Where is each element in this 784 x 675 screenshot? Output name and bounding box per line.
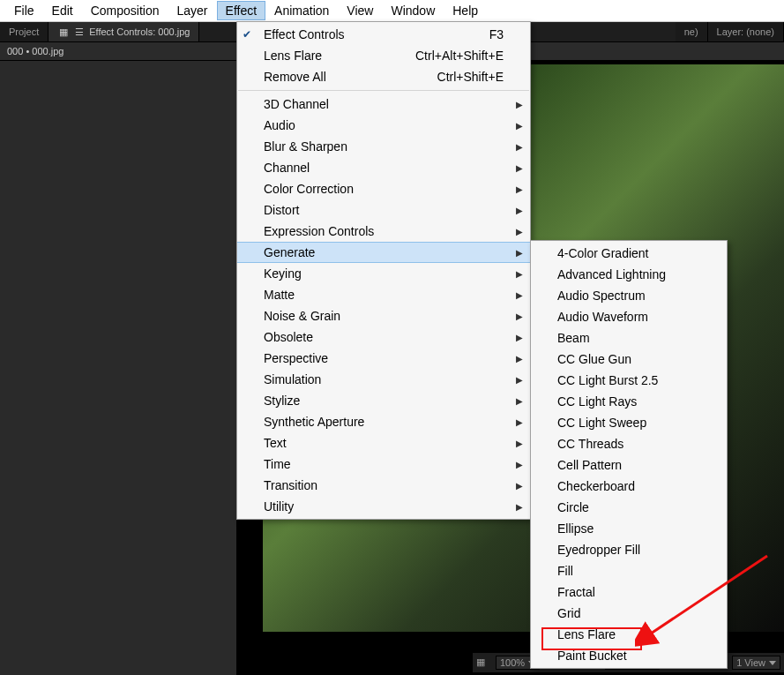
menu-composition[interactable]: Composition (82, 1, 168, 20)
menuitem-label: Channel (264, 161, 310, 175)
menuitem-audio[interactable]: Audio▶ (237, 115, 530, 136)
menu-window[interactable]: Window (382, 1, 444, 20)
menuitem-label: Transition (264, 478, 317, 492)
submenuitem-cc-light-burst[interactable]: CC Light Burst 2.5 (531, 370, 727, 391)
tab-effect-controls[interactable]: ▦ ☰ Effect Controls: 000.jpg (49, 22, 199, 41)
effect-dropdown: ✔ Effect Controls F3 Lens Flare Ctrl+Alt… (236, 21, 531, 520)
menu-animation[interactable]: Animation (265, 1, 338, 20)
menuitem-label: Fractal (557, 585, 595, 599)
submenu-arrow-icon: ▶ (516, 227, 523, 236)
menuitem-label: Text (264, 436, 287, 450)
submenu-arrow-icon: ▶ (516, 206, 523, 215)
menuitem-blur-sharpen[interactable]: Blur & Sharpen▶ (237, 136, 530, 157)
menuitem-label: Ellipse (557, 521, 594, 536)
menuitem-label: Cell Pattern (557, 458, 622, 472)
menuitem-label: Eyedropper Fill (557, 543, 640, 557)
menu-effect[interactable]: Effect (217, 1, 266, 20)
menuitem-transition[interactable]: Transition▶ (237, 475, 530, 496)
menuitem-label: Distort (264, 203, 299, 217)
menu-help[interactable]: Help (444, 1, 487, 20)
menuitem-label: 3D Channel (264, 97, 329, 111)
menuitem-channel[interactable]: Channel▶ (237, 157, 530, 178)
submenu-arrow-icon: ▶ (516, 290, 523, 300)
menuitem-perspective[interactable]: Perspective▶ (237, 348, 530, 369)
menuitem-label: Simulation (264, 372, 321, 386)
menuitem-label: Lens Flare (264, 49, 322, 63)
tab-layer-none[interactable]: Layer: (none) (708, 22, 784, 41)
menuitem-label: CC Light Sweep (557, 416, 646, 430)
zoom-value: 100% (500, 657, 525, 668)
submenuitem-cc-light-sweep[interactable]: CC Light Sweep (531, 412, 727, 433)
menuitem-distort[interactable]: Distort▶ (237, 199, 530, 221)
submenu-arrow-icon: ▶ (516, 100, 523, 109)
menuitem-label: CC Threads (557, 437, 623, 451)
menuitem-last-effect[interactable]: Lens Flare Ctrl+Alt+Shift+E (237, 45, 530, 66)
view-count-dropdown[interactable]: 1 View (732, 656, 780, 670)
submenu-arrow-icon: ▶ (516, 121, 523, 131)
tab-label: Project (9, 26, 39, 37)
panel-menu-icon: ▦ (57, 26, 70, 38)
menuitem-generate[interactable]: Generate▶ (237, 242, 530, 263)
submenuitem-4color-gradient[interactable]: 4-Color Gradient (531, 243, 727, 264)
submenuitem-circle[interactable]: Circle (531, 497, 727, 518)
menuitem-matte[interactable]: Matte▶ (237, 284, 530, 305)
menuitem-obsolete[interactable]: Obsolete▶ (237, 326, 530, 348)
menuitem-label: Paint Bucket (557, 649, 627, 663)
menuitem-simulation[interactable]: Simulation▶ (237, 369, 530, 390)
menuitem-label: Beam (557, 331, 590, 345)
menuitem-shortcut: Ctrl+Alt+Shift+E (380, 49, 504, 63)
menuitem-label: Color Correction (264, 182, 354, 196)
menuitem-utility[interactable]: Utility▶ (237, 496, 530, 517)
menuitem-remove-all[interactable]: Remove All Ctrl+Shift+E (237, 66, 530, 87)
chevron-down-icon (769, 661, 776, 665)
submenu-arrow-icon: ▶ (516, 163, 523, 173)
menuitem-label: Synthetic Aperture (264, 415, 364, 429)
submenuitem-advanced-lightning[interactable]: Advanced Lightning (531, 264, 727, 285)
menuitem-label: Noise & Grain (264, 309, 340, 323)
menuitem-keying[interactable]: Keying▶ (237, 263, 530, 284)
submenuitem-eyedropper-fill[interactable]: Eyedropper Fill (531, 539, 727, 560)
submenuitem-grid[interactable]: Grid (531, 603, 727, 624)
menuitem-label: Stylize (264, 394, 300, 408)
menuitem-label: Lens Flare (557, 627, 616, 641)
menuitem-color-correction[interactable]: Color Correction▶ (237, 178, 530, 199)
submenuitem-beam[interactable]: Beam (531, 327, 727, 349)
menu-file[interactable]: File (5, 1, 43, 20)
generate-submenu: 4-Color Gradient Advanced Lightning Audi… (530, 240, 728, 669)
submenuitem-cc-glue-gun[interactable]: CC Glue Gun (531, 349, 727, 370)
grid-icon[interactable]: ▦ (476, 656, 489, 669)
tab-comp-none[interactable]: ne) (676, 22, 708, 41)
submenuitem-ellipse[interactable]: Ellipse (531, 518, 727, 539)
submenuitem-cell-pattern[interactable]: Cell Pattern (531, 454, 727, 476)
menuitem-noise-grain[interactable]: Noise & Grain▶ (237, 305, 530, 326)
menuitem-label: CC Light Burst 2.5 (557, 373, 658, 387)
submenu-arrow-icon: ▶ (516, 481, 523, 491)
submenuitem-paint-bucket[interactable]: Paint Bucket (531, 645, 727, 666)
submenuitem-audio-waveform[interactable]: Audio Waveform (531, 306, 727, 327)
submenuitem-cc-light-rays[interactable]: CC Light Rays (531, 391, 727, 412)
submenuitem-fractal[interactable]: Fractal (531, 581, 727, 603)
menuitem-expression-controls[interactable]: Expression Controls▶ (237, 221, 530, 242)
menuitem-synthetic-aperture[interactable]: Synthetic Aperture▶ (237, 411, 530, 432)
menuitem-3d-channel[interactable]: 3D Channel▶ (237, 94, 530, 115)
submenuitem-lens-flare[interactable]: Lens Flare (531, 624, 727, 645)
submenuitem-checkerboard[interactable]: Checkerboard (531, 476, 727, 497)
menu-edit[interactable]: Edit (43, 1, 82, 20)
submenuitem-fill[interactable]: Fill (531, 560, 727, 581)
menuitem-effect-controls[interactable]: ✔ Effect Controls F3 (237, 24, 530, 45)
menu-view[interactable]: View (338, 1, 382, 20)
menuitem-label: Effect Controls (264, 27, 345, 41)
menuitem-label: 4-Color Gradient (557, 246, 649, 260)
menuitem-shortcut: F3 (454, 27, 504, 41)
submenu-arrow-icon: ▶ (516, 184, 523, 194)
effect-panel-icon: ☰ (73, 26, 86, 38)
tab-label: Layer: (none) (717, 26, 774, 37)
submenuitem-audio-spectrum[interactable]: Audio Spectrum (531, 285, 727, 306)
tab-project[interactable]: Project (0, 22, 49, 41)
menu-layer[interactable]: Layer (168, 1, 217, 20)
menuitem-stylize[interactable]: Stylize▶ (237, 390, 530, 411)
menuitem-label: Circle (557, 500, 589, 514)
menuitem-time[interactable]: Time▶ (237, 454, 530, 475)
menuitem-text[interactable]: Text▶ (237, 432, 530, 454)
submenuitem-cc-threads[interactable]: CC Threads (531, 433, 727, 454)
